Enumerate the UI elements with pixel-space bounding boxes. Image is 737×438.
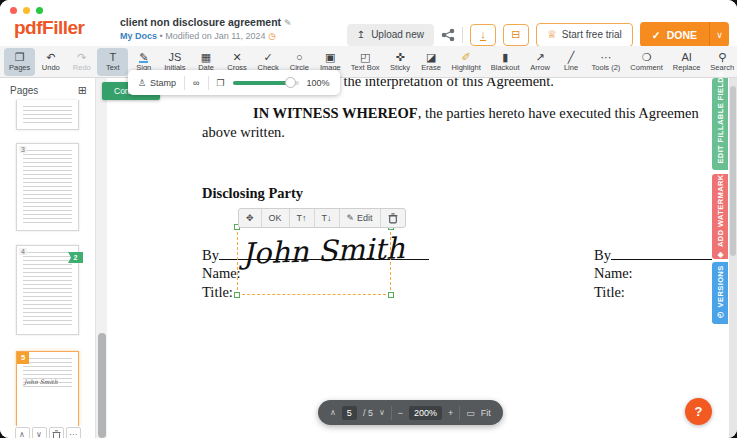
link-icon[interactable]: ∞ — [193, 78, 199, 88]
print-button[interactable]: ⊟ — [503, 24, 529, 46]
move-page-down-button[interactable]: ∨ — [32, 427, 47, 438]
move-icon: ✥ — [246, 213, 254, 223]
zoom-in-icon[interactable]: + — [448, 408, 453, 418]
document-scrollbar-thumb[interactable] — [730, 86, 736, 256]
signature-ok-button[interactable]: OK — [262, 209, 290, 227]
move-signature-button[interactable]: ✥ — [239, 209, 262, 227]
minimize-window-icon[interactable] — [23, 7, 30, 14]
download-button[interactable]: ↓ — [470, 24, 496, 46]
page-thumbnail-3[interactable]: 3 — [16, 143, 79, 231]
close-window-icon[interactable] — [10, 7, 17, 14]
doc-witness-line: IN WITNESS WHEREOF, the parties hereto h… — [253, 105, 699, 122]
previous-page-icon[interactable]: ∧ — [330, 408, 336, 417]
pages-panel: Pages ⊞ 3 4 2 5 — [0, 78, 95, 438]
upload-new-button[interactable]: ↥Upload new — [347, 24, 434, 46]
rename-icon[interactable]: ✎ — [284, 18, 292, 28]
tool-erase[interactable]: ◪Erase — [416, 48, 447, 76]
size-slider[interactable] — [233, 81, 299, 85]
tab-versions[interactable]: ◷VERSIONS — [712, 262, 728, 324]
zoom-level-value[interactable]: 200% — [409, 406, 442, 420]
tab-add-watermark[interactable]: ◈ADD WATERMARK — [712, 174, 728, 259]
tab-edit-fillable-fields[interactable]: ✎EDIT FILLABLE FIELDS — [712, 78, 728, 170]
watermark-icon: ◈ — [716, 250, 725, 259]
print-icon: ⊟ — [511, 28, 520, 41]
duplicate-icon[interactable]: ❐ — [217, 78, 225, 88]
tool-arrow[interactable]: ↗Arrow — [525, 48, 556, 76]
tools-more-button[interactable]: ⋯Tools (2) — [587, 48, 626, 76]
done-button[interactable]: ✓DONE — [640, 22, 709, 47]
signature-text[interactable]: John Smith — [241, 231, 405, 271]
fit-icon[interactable]: ▭ — [466, 408, 475, 418]
resize-handle[interactable] — [234, 292, 240, 298]
tool-blackout[interactable]: ▮Blackout — [486, 48, 525, 76]
page-number: 3 — [19, 146, 27, 153]
signature-selection-box[interactable]: John Smith — [237, 227, 391, 295]
tool-text-box[interactable]: ◰Text Box — [346, 48, 385, 76]
page-more-button[interactable]: ⋯ — [66, 427, 81, 438]
start-free-trial-button[interactable]: ♕Start free trial — [536, 23, 633, 47]
calendar-icon: ▦ — [201, 51, 211, 63]
current-page-input[interactable]: 5 — [342, 406, 357, 420]
delete-signature-button[interactable] — [381, 209, 405, 227]
redo-button[interactable]: ↷Redo — [66, 48, 97, 76]
page-thumbnail-4[interactable]: 4 2 — [16, 245, 79, 335]
history-clock-icon[interactable]: ◷ — [268, 31, 276, 41]
page-thumbnail-partial[interactable] — [16, 100, 79, 130]
main-toolbar: ❐Pages ↶Undo ↷Redo TText ✎Sign JSInitial… — [0, 46, 737, 78]
move-page-up-button[interactable]: ∧ — [15, 427, 30, 438]
modified-date: Modified on Jan 11, 2024 — [165, 31, 265, 41]
ellipsis-icon: ⋯ — [600, 51, 611, 63]
initials-icon: JS — [168, 51, 181, 63]
app-window: pdfFiller client non disclosure agreemen… — [0, 0, 737, 438]
pages-button[interactable]: ❐Pages — [4, 48, 35, 76]
help-button[interactable]: ? — [685, 398, 712, 425]
delete-page-button[interactable] — [49, 427, 64, 438]
document-canvas[interactable]: d upon in the interpretation of this Agr… — [107, 78, 712, 438]
pages-scrollbar-thumb[interactable] — [98, 333, 106, 438]
blackout-icon: ▮ — [502, 51, 508, 63]
cross-icon: ✕ — [232, 51, 241, 63]
tool-text[interactable]: TText — [97, 48, 128, 76]
slider-knob[interactable] — [285, 77, 296, 88]
document-title: client non disclosure agreement✎ — [120, 16, 292, 28]
add-page-icon[interactable]: ⊞ — [78, 84, 87, 97]
signature-line — [611, 246, 712, 260]
font-size-up-button[interactable]: T↑ — [290, 209, 315, 227]
fit-label[interactable]: Fit — [481, 408, 491, 418]
pages-icon: ❐ — [15, 51, 25, 63]
tool-line[interactable]: ╱Line — [556, 48, 587, 76]
maximize-window-icon[interactable] — [36, 7, 43, 14]
header: pdfFiller client non disclosure agreemen… — [0, 0, 737, 46]
total-pages: / 5 — [363, 408, 373, 418]
stamp-button[interactable]: ♙Stamp — [138, 78, 176, 88]
tool-sticky[interactable]: ✜Sticky — [385, 48, 416, 76]
pages-scrollbar[interactable] — [95, 78, 107, 438]
resize-handle[interactable] — [388, 292, 394, 298]
next-page-icon[interactable]: ∨ — [379, 408, 385, 417]
done-menu-button[interactable]: ∨ — [709, 22, 729, 47]
page-thumbnail-5[interactable]: 5 John Smith ∧ ∨ ⋯ — [16, 351, 79, 438]
undo-button[interactable]: ↶Undo — [35, 48, 66, 76]
redo-icon: ↷ — [77, 51, 86, 63]
by-line-right: By — [594, 246, 712, 264]
comment-button[interactable]: ❍Comment — [625, 48, 668, 76]
edit-signature-button[interactable]: ✎Edit — [340, 209, 381, 227]
name-line-right: Name: — [594, 265, 633, 282]
my-docs-link[interactable]: My Docs — [120, 31, 157, 41]
tool-highlight[interactable]: ✐Highlight — [447, 48, 486, 76]
document-scrollbar[interactable] — [729, 78, 737, 438]
replace-button[interactable]: AIReplace — [668, 48, 706, 76]
font-size-down-button[interactable]: T↓ — [315, 209, 340, 227]
chevron-down-icon: ∨ — [716, 30, 723, 40]
share-icon[interactable] — [441, 28, 455, 42]
highlight-icon: ✐ — [462, 51, 471, 63]
title-line-right: Title: — [594, 284, 625, 301]
disclosing-party-heading: Disclosing Party — [202, 185, 303, 202]
comment-bubble-icon: ❍ — [642, 51, 652, 63]
page-number: 4 — [19, 248, 27, 255]
upload-icon: ↥ — [357, 29, 365, 40]
chevron-down-icon: ∨ — [36, 430, 42, 438]
zoom-out-icon[interactable]: − — [398, 408, 403, 418]
document-meta: My Docs • Modified on Jan 11, 2024 ◷ — [120, 31, 292, 41]
pdffiller-logo[interactable]: pdfFiller — [14, 17, 84, 39]
